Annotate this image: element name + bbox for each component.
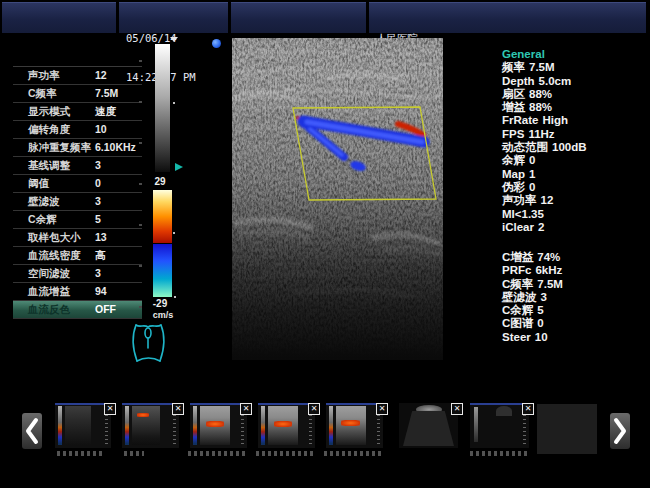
info-line-mi: MI<1.35	[502, 208, 648, 221]
cine-status-dot-icon	[212, 39, 221, 48]
marker-dot	[173, 102, 175, 104]
gain-pointer-icon	[175, 163, 183, 171]
param-row-steer-angle[interactable]: 偏转角度10	[13, 121, 142, 139]
thumbnail-3-caption	[188, 451, 248, 456]
topbar-datetime-segment: 05/06/14 14:22:27 PM	[119, 2, 228, 33]
preset-title: General	[502, 48, 648, 61]
info-line-prfc: PRFc6kHz	[502, 264, 648, 277]
info-line-wall-filter: 壁滤波3	[502, 291, 648, 304]
body-marker-icon	[128, 320, 170, 366]
thumbnail-7[interactable]: ✕	[470, 403, 529, 448]
color-info-panel: C增益74% PRFc6kHz C频率7.5M 壁滤波3 C余辉5 C图谱0 S…	[502, 251, 648, 344]
info-line-depth: Depth5.0cm	[502, 75, 648, 88]
thumbnail-3-close-icon[interactable]: ✕	[240, 403, 252, 415]
grayscale-bar	[155, 44, 170, 172]
info-line-c-map: C图谱0	[502, 317, 648, 330]
param-row-color-gain[interactable]: 血流增益94	[13, 283, 142, 301]
tgc-tick-marks	[139, 60, 142, 330]
marker-dot	[173, 232, 175, 234]
info-line-sector: 扇区88%	[502, 88, 648, 101]
param-row-threshold[interactable]: 阈值0	[13, 175, 142, 193]
info-line-acoustic-power: 声功率12	[502, 194, 648, 207]
color-bar-positive	[153, 190, 172, 243]
info-line-chroma: 伪彩0	[502, 181, 648, 194]
image-info-panel: General 频率7.5M Depth5.0cm 扇区88% 增益88% Fr…	[502, 48, 648, 234]
thumbnail-2-close-icon[interactable]: ✕	[172, 403, 184, 415]
thumbnail-5-caption	[324, 451, 384, 456]
info-line-frame-rate: FrRateHigh	[502, 114, 648, 127]
thumbnail-5[interactable]: ✕	[326, 403, 383, 448]
param-row-spatial-filter[interactable]: 空间滤波3	[13, 265, 142, 283]
info-line-fps: FPS11Hz	[502, 128, 648, 141]
info-line-iclear: iClear2	[502, 221, 648, 234]
velocity-unit-label: cm/s	[150, 310, 176, 320]
color-parameter-panel: 声功率12 C频率7.5M 显示模式速度 偏转角度10 脉冲重复频率6.10KH…	[13, 66, 142, 319]
chevron-right-icon	[612, 416, 628, 446]
info-line-persistence: 余辉0	[502, 154, 648, 167]
thumbnail-1-close-icon[interactable]: ✕	[104, 403, 116, 415]
topbar-patient-segment	[231, 2, 366, 33]
param-row-wall-filter[interactable]: 壁滤波3	[13, 193, 142, 211]
velocity-scale-max: 29	[147, 176, 173, 187]
thumbnail-slot-empty	[537, 404, 597, 454]
velocity-scale-min: -29	[147, 298, 173, 309]
param-row-prf[interactable]: 脉冲重复频率6.10KHz	[13, 139, 142, 157]
thumbnail-next-button[interactable]	[610, 413, 630, 449]
param-row-packet-size[interactable]: 取样包大小13	[13, 229, 142, 247]
thumbnail-2-caption	[124, 451, 144, 456]
ultrasound-image-area	[232, 38, 443, 360]
thumbnail-7-caption	[470, 451, 530, 456]
info-line-frequency: 频率7.5M	[502, 61, 648, 74]
marker-dot	[174, 296, 176, 298]
param-row-color-invert-selected[interactable]: 血流反色OFF	[13, 301, 142, 319]
thumbnail-4-caption	[256, 451, 316, 456]
param-row-display-mode[interactable]: 显示模式速度	[13, 103, 142, 121]
color-bar-baseline	[153, 243, 172, 244]
topbar-logo-segment	[2, 2, 116, 33]
param-row-line-density[interactable]: 血流线密度高	[13, 247, 142, 265]
info-line-dynamic-range: 动态范围100dB	[502, 141, 648, 154]
info-line-map: Map1	[502, 168, 648, 181]
thumbnail-prev-button[interactable]	[22, 413, 42, 449]
info-line-c-gain: C增益74%	[502, 251, 648, 264]
thumbnail-6[interactable]: ✕	[399, 403, 458, 448]
topbar-hospital-segment: 人民医院 L14-5/38	[369, 2, 646, 33]
thumbnail-5-close-icon[interactable]: ✕	[376, 403, 388, 415]
param-row-c-persistence[interactable]: C余辉5	[13, 211, 142, 229]
info-line-steer: Steer10	[502, 331, 648, 344]
color-bar-negative	[153, 244, 172, 297]
thumbnail-6-close-icon[interactable]: ✕	[451, 403, 463, 415]
thumbnail-7-close-icon[interactable]: ✕	[522, 403, 534, 415]
param-row-baseline[interactable]: 基线调整3	[13, 157, 142, 175]
color-doppler-bar	[153, 190, 172, 297]
info-line-gain: 增益88%	[502, 101, 648, 114]
thumbnail-4-close-icon[interactable]: ✕	[308, 403, 320, 415]
thumbnail-2[interactable]: ✕	[122, 403, 179, 448]
info-line-c-frequency: C频率7.5M	[502, 278, 648, 291]
param-row-acoustic-power[interactable]: 声功率12	[13, 67, 142, 85]
param-row-c-frequency[interactable]: C频率7.5M	[13, 85, 142, 103]
thumbnail-3[interactable]: ✕	[190, 403, 247, 448]
thumbnail-4[interactable]: ✕	[258, 403, 315, 448]
focus-marker-icon	[170, 37, 178, 42]
thumbnail-1-caption	[57, 451, 102, 456]
chevron-left-icon	[24, 416, 40, 446]
thumbnail-1[interactable]: ✕	[55, 403, 111, 448]
info-line-c-persistence: C余辉5	[502, 304, 648, 317]
ultrasound-b-mode-image	[232, 38, 443, 360]
ultrasound-screen: 05/06/14 14:22:27 PM 人民医院 L14-5/38 声功率12…	[0, 0, 650, 488]
